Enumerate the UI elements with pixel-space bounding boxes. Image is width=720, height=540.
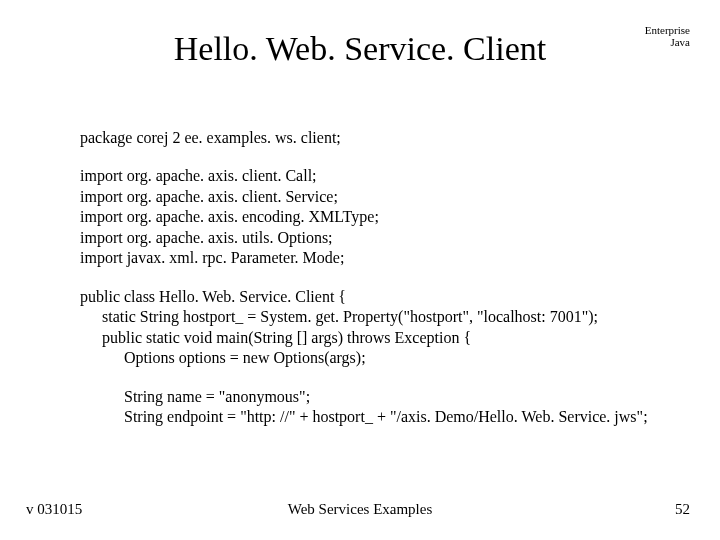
code-main-sig: public static void main(String [] args) … xyxy=(80,328,680,348)
footer-page-number: 52 xyxy=(675,501,690,518)
code-imports: import org. apache. axis. client. Call; … xyxy=(80,166,680,268)
code-hostport: static String hostport_ = System. get. P… xyxy=(80,307,680,327)
slide: Enterprise Java Hello. Web. Service. Cli… xyxy=(0,0,720,540)
footer-title: Web Services Examples xyxy=(0,501,720,518)
code-name-line: String name = "anonymous"; xyxy=(80,387,680,407)
code-class-decl: public class Hello. Web. Service. Client… xyxy=(80,287,680,307)
slide-title: Hello. Web. Service. Client xyxy=(0,30,720,68)
code-endpoint-line: String endpoint = "http: //" + hostport_… xyxy=(80,407,680,427)
code-package: package corej 2 ee. examples. ws. client… xyxy=(80,128,680,148)
code-body: package corej 2 ee. examples. ws. client… xyxy=(80,128,680,446)
code-options: Options options = new Options(args); xyxy=(80,348,680,368)
